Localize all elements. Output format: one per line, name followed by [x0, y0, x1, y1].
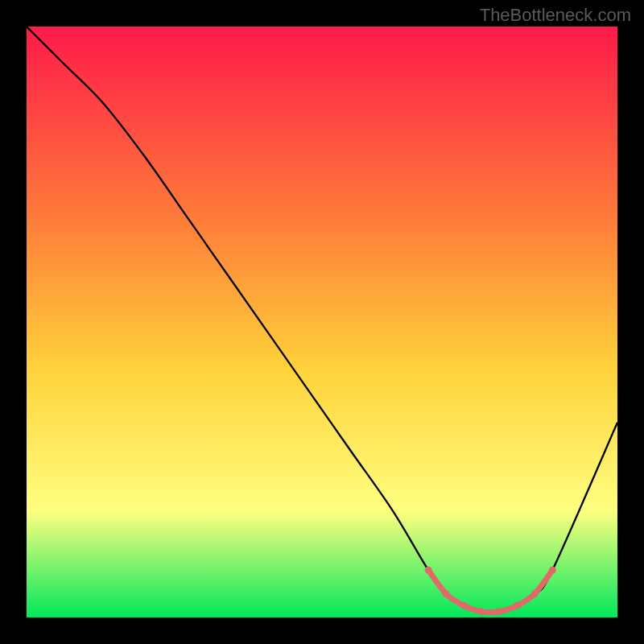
- gradient-background: [27, 27, 617, 617]
- watermark-text: TheBottleneck.com: [480, 5, 631, 26]
- svg-point-0: [425, 567, 432, 574]
- svg-point-2: [460, 602, 468, 609]
- svg-point-1: [443, 590, 450, 597]
- svg-point-5: [514, 602, 521, 609]
- svg-point-3: [478, 608, 485, 615]
- svg-point-4: [496, 608, 503, 615]
- bottleneck-chart: [27, 27, 617, 617]
- svg-point-6: [531, 590, 539, 597]
- svg-point-7: [549, 567, 556, 574]
